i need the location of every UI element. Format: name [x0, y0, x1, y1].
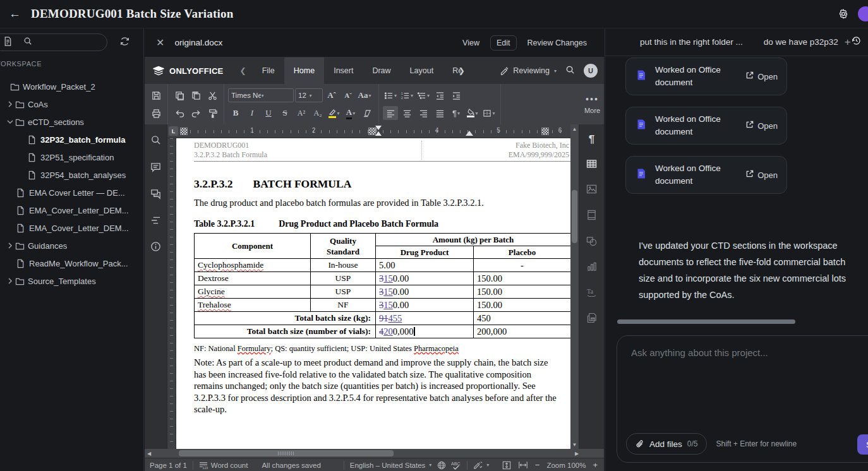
table-row[interactable]: CyclophosphamideIn-house5.00- — [195, 259, 571, 272]
ribbon-tab-insert[interactable]: Insert — [324, 57, 363, 84]
italic-button[interactable]: I — [244, 106, 260, 120]
new-chat-plus-icon[interactable]: + — [845, 36, 851, 49]
align-center-button[interactable] — [399, 106, 414, 120]
send-button[interactable]: Send — [857, 434, 868, 455]
undo-button[interactable] — [172, 106, 187, 120]
tree-item-4[interactable]: 32P51_specification — [0, 148, 144, 166]
font-size-select[interactable]: 12▾ — [295, 88, 323, 102]
increase-font-button[interactable]: Aˆ — [324, 88, 339, 102]
tree-item-5[interactable]: 32P54_batch_analyses — [0, 166, 144, 184]
tree-item-3[interactable]: 32P32_batch_formula — [0, 131, 144, 148]
zoom-out-button[interactable]: − — [535, 460, 540, 470]
vertical-scroll-thumb[interactable] — [572, 190, 577, 243]
vertical-ruler[interactable] — [167, 138, 176, 449]
chat-icon[interactable] — [150, 189, 162, 202]
font-color-button[interactable]: A▾ — [343, 106, 358, 120]
add-files-button[interactable]: Add files 0/5 — [626, 433, 707, 455]
tree-item-8[interactable]: EMA_Cover_Letter_DEM... — [0, 219, 144, 237]
edit-mode-button[interactable]: Edit — [490, 35, 517, 51]
borders-button[interactable]: ▾ — [481, 106, 497, 120]
tree-item-10[interactable]: ReadMe_Workflow_Pack... — [0, 254, 144, 272]
bullet-list-button[interactable]: ▾ — [383, 88, 398, 102]
scroll-down-icon[interactable]: ▼ — [570, 440, 579, 449]
activity-card-1[interactable]: Worked on Office documentOpen — [625, 107, 787, 145]
language-selector[interactable]: English – United States▾ — [350, 462, 432, 469]
superscript-button[interactable]: A² — [294, 106, 309, 120]
track-changes-toggle[interactable]: ▾ — [473, 461, 489, 470]
multilevel-list-button[interactable]: ▾ — [416, 88, 431, 102]
chevron-right-icon[interactable] — [5, 242, 15, 249]
scroll-up-icon[interactable]: ▲ — [570, 124, 579, 133]
decrease-font-button[interactable]: Aˇ — [341, 88, 356, 102]
open-document-link[interactable]: Open — [745, 121, 778, 131]
chevron-right-icon[interactable] — [5, 101, 15, 107]
table-row[interactable]: TrehaloseNF3150.00150.00 — [195, 299, 571, 312]
subscript-button[interactable]: A₂ — [310, 106, 325, 120]
close-icon[interactable]: ✕ — [156, 37, 164, 49]
batch-formula-table[interactable]: ComponentQuality StandardAmount (kg) per… — [194, 233, 570, 338]
font-name-select[interactable]: Times New Rom▾ — [228, 88, 294, 102]
chart-settings-icon[interactable] — [587, 262, 597, 274]
total-vials-row[interactable]: Total batch size (number of vials):4200,… — [195, 325, 571, 338]
ribbon-tab-draw[interactable]: Draw — [363, 57, 400, 84]
tree-item-9[interactable]: Guidances — [0, 237, 144, 254]
mail-merge-settings-icon[interactable] — [587, 313, 597, 326]
align-right-button[interactable] — [416, 106, 431, 120]
refresh-icon[interactable] — [119, 36, 130, 49]
horizontal-scroll-thumb[interactable] — [179, 450, 394, 456]
toolbar-more-button[interactable]: ••• More — [581, 84, 604, 124]
editor-search-icon[interactable] — [565, 65, 575, 77]
clear-style-button[interactable] — [359, 106, 375, 120]
numbered-list-button[interactable]: 12▾ — [399, 88, 414, 102]
open-document-link[interactable]: Open — [745, 71, 778, 81]
tabs-scroll-left-icon[interactable]: ❮ — [240, 57, 246, 84]
editor-user-avatar[interactable]: U — [584, 64, 598, 78]
ribbon-tab-file[interactable]: File — [253, 57, 284, 84]
chat-tab-2[interactable]: do we have p32p32 — [764, 37, 838, 47]
tree-item-6[interactable]: EMA Cover Letter — DE... — [0, 184, 144, 201]
paragraph-settings-icon[interactable]: ¶ — [589, 133, 594, 146]
page-count-status[interactable]: Page 1 of 1 — [150, 462, 187, 469]
redo-button[interactable] — [188, 106, 203, 120]
underline-button[interactable]: U — [261, 106, 276, 120]
print-button[interactable] — [148, 106, 164, 120]
document-page[interactable]: DEMODRUG001 3.2.P.3.2 Batch Formula Fake… — [176, 138, 570, 449]
shading-button[interactable]: ▾ — [465, 106, 480, 120]
tree-item-11[interactable]: Source_Templates — [0, 272, 144, 290]
review-changes-button[interactable]: Review Changes — [522, 36, 593, 50]
scroll-left-icon[interactable]: ◀ — [145, 451, 154, 456]
activity-card-2[interactable]: Worked on Office documentOpen — [625, 156, 787, 194]
ruler-table-marker-2[interactable] — [541, 128, 549, 135]
comments-icon[interactable] — [150, 162, 161, 175]
settings-gear-icon[interactable] — [838, 8, 849, 20]
chevron-right-icon[interactable] — [5, 278, 15, 284]
copy-button[interactable] — [172, 88, 187, 102]
image-settings-icon[interactable] — [586, 184, 597, 196]
chevron-down-icon[interactable] — [5, 119, 15, 124]
highlight-color-button[interactable]: ▾ — [327, 106, 342, 120]
tree-item-1[interactable]: CoAs — [0, 95, 144, 113]
table-row[interactable]: DextroseUSP3150.00150.00 — [195, 272, 571, 285]
paste-button[interactable] — [188, 88, 203, 102]
left-indent-marker[interactable] — [466, 131, 473, 136]
tree-item-2[interactable]: eCTD_sections — [0, 113, 144, 131]
horizontal-ruler[interactable]: L 123456 — [167, 124, 570, 138]
strikethrough-button[interactable]: S — [277, 106, 292, 120]
total-kg-row[interactable]: Total batch size (kg):91455450 — [195, 312, 571, 325]
activity-card-0[interactable]: Worked on Office documentOpen — [625, 57, 787, 95]
chat-history-icon[interactable] — [851, 35, 862, 49]
user-avatar[interactable] — [858, 6, 868, 21]
zoom-in-button[interactable]: + — [593, 460, 598, 470]
view-mode-button[interactable]: View — [457, 36, 485, 50]
scroll-right-icon[interactable]: ▶ — [572, 451, 581, 456]
navigation-headings-icon[interactable] — [150, 216, 161, 227]
ribbon-tab-home[interactable]: Home — [284, 57, 324, 84]
justify-button[interactable] — [432, 106, 447, 120]
decrease-indent-button[interactable] — [432, 88, 447, 102]
tab-stop-selector[interactable]: L — [169, 126, 178, 136]
find-icon[interactable] — [150, 134, 161, 148]
paragraph-marks-button[interactable]: ¶▾ — [449, 106, 464, 120]
chat-input-box[interactable]: Ask anything about this project... Add f… — [617, 335, 868, 463]
open-document-link[interactable]: Open — [745, 170, 778, 180]
save-button[interactable] — [148, 88, 164, 102]
